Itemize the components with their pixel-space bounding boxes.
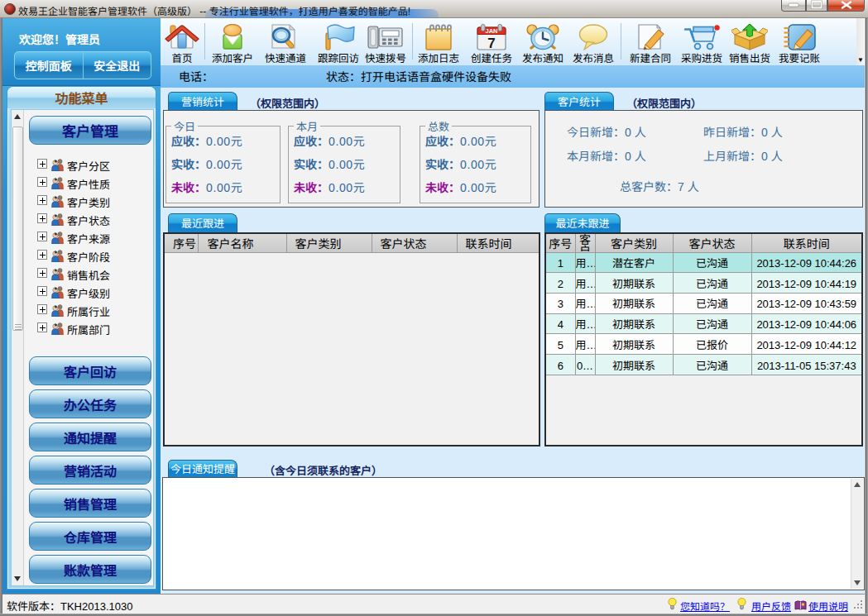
svg-text:JAN: JAN [485,27,497,35]
svg-text:7: 7 [487,36,495,51]
